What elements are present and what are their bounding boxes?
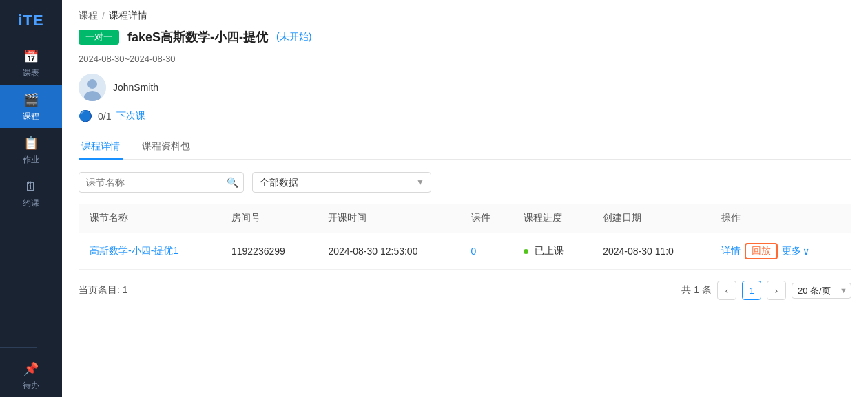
- page-size-select[interactable]: 10 条/页20 条/页50 条/页100 条/页: [792, 283, 851, 299]
- next-class-link[interactable]: 下次课: [116, 110, 145, 122]
- data-filter-wrap: 全部数据已上课未开始已取消 ▼: [252, 172, 431, 193]
- data-filter-select[interactable]: 全部数据已上课未开始已取消: [252, 172, 431, 193]
- cell-room: 1192236299: [220, 233, 317, 270]
- cell-courseware: 0: [460, 233, 513, 270]
- next-page-button[interactable]: ›: [767, 281, 786, 300]
- avatar-img: [79, 74, 106, 101]
- page-size-wrap: 10 条/页20 条/页50 条/页100 条/页 ▼: [792, 283, 851, 299]
- sidebar-item-schedule[interactable]: 📅 课表: [0, 41, 62, 85]
- cell-created: 2024-08-30 11:0: [592, 233, 710, 270]
- course-table: 课节名称 房间号 开课时间 课件 课程进度 创建日期 操作 高斯数学-小四-提优…: [79, 204, 851, 270]
- schedule-icon: 📅: [23, 48, 39, 65]
- breadcrumb-parent[interactable]: 课程: [79, 10, 98, 22]
- col-header-time: 开课时间: [317, 204, 459, 233]
- cell-status: 已上课: [513, 233, 592, 270]
- detail-button[interactable]: 详情: [721, 245, 741, 257]
- progress-text: 0/1: [98, 111, 111, 122]
- prev-page-button[interactable]: ‹: [717, 281, 736, 300]
- search-icon[interactable]: 🔍: [227, 177, 238, 188]
- action-buttons: 详情 回放 更多 ∨: [721, 243, 840, 259]
- col-header-action: 操作: [710, 204, 851, 233]
- col-header-progress: 课程进度: [513, 204, 592, 233]
- more-button[interactable]: 更多 ∨: [782, 245, 809, 257]
- pagination-right: 共 1 条 ‹ 1 › 10 条/页20 条/页50 条/页100 条/页 ▼: [681, 281, 851, 300]
- col-header-name: 课节名称: [79, 204, 220, 233]
- col-header-created: 创建日期: [592, 204, 710, 233]
- page-number-1[interactable]: 1: [742, 281, 761, 300]
- svg-point-1: [87, 79, 97, 89]
- course-type-badge: 一对一: [79, 30, 119, 45]
- course-title: fakeS高斯数学-小四-提优: [127, 29, 268, 45]
- sidebar-item-label-schedule: 课表: [23, 67, 39, 79]
- lesson-status: 已上课: [535, 245, 564, 256]
- total-count: 共 1 条: [681, 284, 712, 297]
- replay-button[interactable]: 回放: [745, 243, 778, 259]
- filter-bar: 🔍 全部数据已上课未开始已取消 ▼: [79, 172, 851, 193]
- homework-icon: 📋: [23, 135, 39, 151]
- sidebar-item-label-appointment: 约课: [23, 197, 39, 209]
- search-input[interactable]: [79, 172, 244, 193]
- sidebar-item-label-course: 课程: [23, 111, 39, 122]
- course-header: 一对一 fakeS高斯数学-小四-提优 (未开始): [79, 29, 851, 45]
- avatar: [79, 74, 106, 101]
- col-header-courseware: 课件: [460, 204, 513, 233]
- progress-icon: 🔵: [79, 109, 92, 122]
- search-wrap: 🔍: [79, 172, 244, 193]
- course-date: 2024-08-30~2024-08-30: [79, 54, 851, 64]
- col-header-room: 房间号: [220, 204, 317, 233]
- sidebar-item-homework[interactable]: 📋 作业: [0, 128, 62, 171]
- tabs-bar: 课程详情 课程资料包: [79, 135, 851, 160]
- app-logo: iTE: [0, 0, 62, 41]
- table: 课节名称 房间号 开课时间 课件 课程进度 创建日期 操作 高斯数学-小四-提优…: [79, 204, 851, 270]
- teacher-name: JohnSmith: [113, 82, 158, 93]
- breadcrumb: 课程 / 课程详情: [62, 0, 868, 29]
- course-status-tag: (未开始): [276, 31, 311, 43]
- chevron-down-icon: ∨: [803, 246, 809, 257]
- sidebar-item-course[interactable]: 🎬 课程: [0, 85, 62, 128]
- tab-course-detail[interactable]: 课程详情: [79, 135, 123, 160]
- cell-name: 高斯数学-小四-提优1: [79, 233, 220, 270]
- pagination-bar: 当页条目: 1 共 1 条 ‹ 1 › 10 条/页20 条/页50 条/页10…: [79, 270, 851, 303]
- cell-actions: 详情 回放 更多 ∨: [710, 233, 851, 270]
- sidebar-item-label-pending: 待办: [23, 380, 39, 391]
- courseware-count: 0: [471, 246, 477, 257]
- breadcrumb-separator: /: [102, 10, 105, 21]
- content-area: 一对一 fakeS高斯数学-小四-提优 (未开始) 2024-08-30~202…: [62, 29, 868, 397]
- appointment-icon: 🗓: [23, 178, 39, 195]
- lesson-name-link[interactable]: 高斯数学-小四-提优1: [90, 245, 178, 256]
- status-dot-icon: [524, 249, 528, 254]
- tab-course-materials[interactable]: 课程资料包: [139, 135, 193, 160]
- page-count-label: 当页条目: 1: [79, 284, 128, 297]
- sidebar-item-pending[interactable]: 📌 待办: [0, 354, 62, 397]
- sidebar-item-appointment[interactable]: 🗓 约课: [0, 171, 62, 215]
- table-row: 高斯数学-小四-提优1 1192236299 2024-08-30 12:53:…: [79, 233, 851, 270]
- pending-icon: 📌: [23, 361, 39, 377]
- teacher-info: JohnSmith: [79, 74, 851, 101]
- sidebar-item-label-homework: 作业: [23, 154, 39, 166]
- cell-time: 2024-08-30 12:53:00: [317, 233, 459, 270]
- main-content: 课程 / 课程详情 一对一 fakeS高斯数学-小四-提优 (未开始) 2024…: [62, 0, 868, 397]
- sidebar: iTE 📅 课表 🎬 课程 📋 作业 🗓 约课 📌 待办: [0, 0, 62, 397]
- course-icon: 🎬: [23, 92, 39, 108]
- breadcrumb-current: 课程详情: [109, 10, 147, 22]
- progress-info: 🔵 0/1 下次课: [79, 109, 851, 122]
